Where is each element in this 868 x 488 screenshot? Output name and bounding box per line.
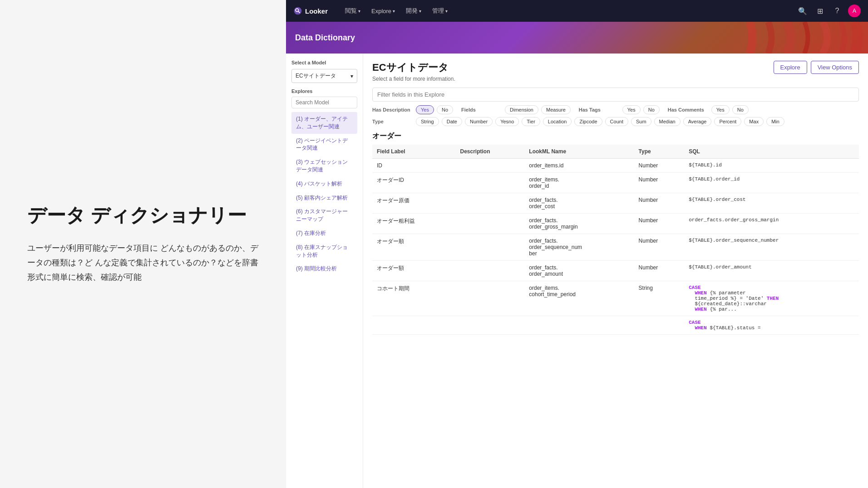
table-row: オーダーIDorder_items. order_idNumber${TABLE…	[372, 173, 859, 193]
model-select[interactable]: ECサイトデータ ▾	[291, 69, 357, 83]
cell-type	[634, 316, 685, 335]
cell-type: Number	[634, 173, 685, 193]
dict-main: ECサイトデータ Select a field for more informa…	[363, 54, 868, 488]
dict-top: ECサイトデータ Select a field for more informa…	[372, 61, 859, 82]
select-model-label: Select a Model	[291, 60, 357, 65]
table-row: オーダー額order_facts. order_amountNumber${TA…	[372, 261, 859, 281]
nav-item-admin[interactable]: 管理 ▾	[428, 5, 452, 17]
pill-type-yesno[interactable]: Yesno	[495, 117, 519, 126]
cell-sql: ${TABLE}.id	[684, 159, 859, 173]
filter-row-type: Type String Date Number Yesno Tier Locat…	[372, 117, 859, 126]
sidebar-explore-item[interactable]: (8) 在庫スナップショット分析	[291, 240, 357, 262]
sidebar-explore-item[interactable]: (9) 期間比較分析	[291, 262, 357, 276]
explores-label: Explores	[291, 88, 357, 94]
pill-type-average[interactable]: Average	[683, 117, 712, 126]
pill-comments-no[interactable]: No	[732, 105, 749, 114]
dict-title-section: ECサイトデータ Select a field for more informa…	[372, 61, 455, 82]
pill-type-number[interactable]: Number	[465, 117, 493, 126]
sidebar-explore-item[interactable]: (4) バスケット解析	[291, 177, 357, 191]
nav-item-develop[interactable]: 開発 ▾	[401, 5, 426, 17]
col-type: Type	[634, 145, 685, 159]
grid-icon[interactable]: ⊞	[814, 5, 826, 17]
table-row: オーダー粗利益order_facts. order_gross_marginNu…	[372, 214, 859, 234]
cell-lookml-name: order_facts. order_sequence_num ber	[524, 234, 634, 261]
pill-has-desc-yes[interactable]: Yes	[416, 105, 434, 114]
pill-tags-no[interactable]: No	[643, 105, 660, 114]
pill-type-min[interactable]: Min	[766, 117, 784, 126]
dd-header-bg-decoration	[732, 22, 868, 54]
cell-lookml-name	[524, 316, 634, 335]
filter-label-type: Type	[372, 119, 413, 124]
dd-content: Select a Model ECサイトデータ ▾ Explores (1) オ…	[286, 54, 868, 488]
pill-type-string[interactable]: String	[416, 117, 439, 126]
cell-lookml-name: order_items. order_id	[524, 173, 634, 193]
nav-icons: 🔍 ⊞ ? A	[796, 5, 861, 17]
looker-navbar: Looker 閲覧 ▾ Explore ▾ 開発 ▾ 管理 ▾ 🔍 ⊞ ? A	[286, 0, 868, 22]
pill-type-zipcode[interactable]: Zipcode	[574, 117, 602, 126]
pill-type-location[interactable]: Location	[543, 117, 572, 126]
dd-header: Data Dictionary	[286, 22, 868, 54]
sidebar-explore-item[interactable]: (6) カスタマージャーニーマップ	[291, 205, 357, 226]
pill-type-tier[interactable]: Tier	[522, 117, 540, 126]
pill-tags-yes[interactable]: Yes	[622, 105, 641, 114]
cell-sql: ${TABLE}.order_sequence_number	[684, 234, 859, 261]
pill-type-sum[interactable]: Sum	[631, 117, 651, 126]
cell-description	[456, 261, 525, 281]
pill-fields-measure[interactable]: Measure	[541, 105, 571, 114]
pill-type-date[interactable]: Date	[442, 117, 462, 126]
sidebar-explore-item[interactable]: (1) オーダー、アイテム、ユーザー関連	[291, 112, 357, 134]
page-wrapper: データ ディクショナリー ユーザーが利用可能なデータ項目に どんなものがあるのか…	[0, 0, 868, 488]
hero-desc: ユーザーが利用可能なデータ項目に どんなものがあるのか、データの種類は？ど んな…	[27, 241, 259, 285]
dict-table-header-row: Field Label Description LookML Name Type…	[372, 145, 859, 159]
sidebar-section: Select a Model ECサイトデータ ▾ Explores (1) オ…	[286, 60, 363, 276]
cell-type: Number	[634, 214, 685, 234]
sidebar-explore-item[interactable]: (7) 在庫分析	[291, 226, 357, 240]
sidebar: Select a Model ECサイトデータ ▾ Explores (1) オ…	[286, 54, 363, 488]
filter-label-has-tags: Has Tags	[579, 107, 620, 112]
nav-item-browse[interactable]: 閲覧 ▾	[340, 5, 365, 17]
right-panel: Looker 閲覧 ▾ Explore ▾ 開発 ▾ 管理 ▾ 🔍 ⊞ ? A …	[286, 0, 868, 488]
col-description: Description	[456, 145, 525, 159]
dict-buttons: Explore View Options	[774, 61, 859, 74]
search-model-input[interactable]	[291, 97, 357, 108]
filter-label-has-comments: Has Comments	[668, 107, 709, 112]
looker-logo-icon	[293, 6, 302, 15]
dict-title: ECサイトデータ	[372, 61, 455, 74]
sidebar-explore-item[interactable]: (5) 顧客内シェア解析	[291, 191, 357, 205]
pill-type-max[interactable]: Max	[744, 117, 764, 126]
cell-field-label	[372, 316, 456, 335]
dd-header-title: Data Dictionary	[295, 33, 355, 43]
cell-description	[456, 159, 525, 173]
nav-item-explore[interactable]: Explore ▾	[367, 5, 399, 17]
explore-button[interactable]: Explore	[774, 61, 807, 74]
left-panel: データ ディクショナリー ユーザーが利用可能なデータ項目に どんなものがあるのか…	[0, 0, 286, 488]
cell-description	[456, 281, 525, 316]
help-icon[interactable]: ?	[831, 5, 843, 17]
pill-type-median[interactable]: Median	[654, 117, 681, 126]
pill-comments-yes[interactable]: Yes	[711, 105, 730, 114]
pill-type-percent[interactable]: Percent	[714, 117, 741, 126]
dict-table: Field Label Description LookML Name Type…	[372, 145, 859, 335]
cell-sql: CASE WHEN {% parameter time_period %} = …	[684, 281, 859, 316]
filter-bar: Has Description Yes No Fields Dimension …	[372, 88, 859, 126]
pill-fields-dimension[interactable]: Dimension	[505, 105, 538, 114]
avatar[interactable]: A	[848, 5, 861, 17]
cell-description	[456, 173, 525, 193]
cell-lookml-name: order_facts. order_gross_margin	[524, 214, 634, 234]
pill-type-count[interactable]: Count	[605, 117, 628, 126]
hero-title: データ ディクショナリー	[27, 203, 259, 228]
sidebar-explore-item[interactable]: (3) ウェブセッションデータ関連	[291, 155, 357, 177]
pill-has-desc-no[interactable]: No	[437, 105, 453, 114]
cell-sql: ${TABLE}.order_amount	[684, 261, 859, 281]
cell-field-label: オーダー順	[372, 234, 456, 261]
filter-row-1: Has Description Yes No Fields Dimension …	[372, 105, 859, 114]
sidebar-explore-item[interactable]: (2) ページイベントデータ関連	[291, 134, 357, 156]
cell-field-label: コホート期間	[372, 281, 456, 316]
view-options-button[interactable]: View Options	[811, 61, 859, 74]
cell-lookml-name: order_items.id	[524, 159, 634, 173]
table-row: オーダー順order_facts. order_sequence_num ber…	[372, 234, 859, 261]
search-icon[interactable]: 🔍	[796, 5, 809, 17]
model-select-value: ECサイトデータ	[296, 72, 336, 80]
filter-search-input[interactable]	[372, 88, 859, 102]
cell-type: Number	[634, 193, 685, 214]
